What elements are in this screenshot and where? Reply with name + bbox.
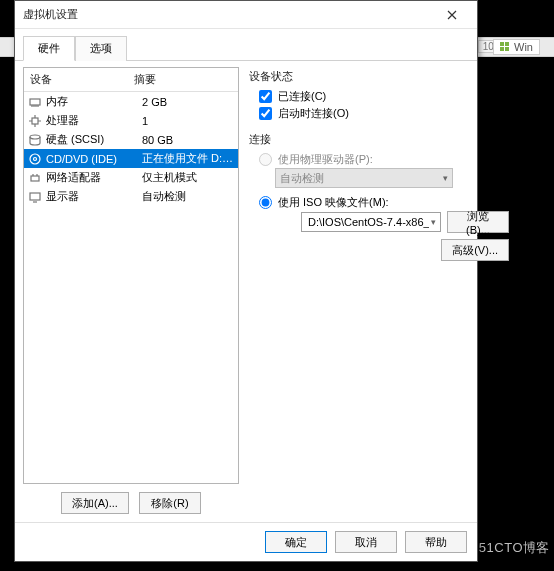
connect-at-power-on-row[interactable]: 启动时连接(O) [249,105,509,122]
svg-rect-2 [500,47,504,51]
device-row-nic[interactable]: 网络适配器仅主机模式 [24,168,238,187]
connection-group: 连接 使用物理驱动器(P): 自动检测 ▾ 使用 ISO 映像文件(M): ▾ [249,132,509,261]
device-name: 处理器 [46,113,138,128]
device-summary: 2 GB [142,96,234,108]
device-row-cd[interactable]: CD/DVD (IDE)正在使用文件 D:\IOS\CentO... [24,149,238,168]
device-name: 内存 [46,94,138,109]
connection-label: 连接 [249,132,509,147]
physical-drive-combo-value: 自动检测 [280,171,324,186]
device-summary: 80 GB [142,134,234,146]
titlebar: 虚拟机设置 [15,1,477,29]
device-list-header: 设备 摘要 [24,68,238,92]
svg-point-6 [30,135,40,139]
disk-icon [28,133,42,147]
physical-drive-radio-row: 使用物理驱动器(P): [249,151,509,168]
display-icon [28,190,42,204]
iso-label: 使用 ISO 映像文件(M): [278,195,389,210]
dialog-title: 虚拟机设置 [23,7,435,22]
watermark: 51CTO博客 [479,539,550,557]
add-button[interactable]: 添加(A)... [61,492,129,514]
svg-rect-10 [30,193,40,200]
svg-rect-1 [505,42,509,46]
browse-button[interactable]: 浏览(B)... [447,211,509,233]
chevron-down-icon: ▾ [431,217,436,227]
cd-icon [28,152,42,166]
device-name: 显示器 [46,189,138,204]
device-status-label: 设备状态 [249,69,509,84]
connected-label: 已连接(C) [278,89,326,104]
physical-drive-label: 使用物理驱动器(P): [278,152,373,167]
device-row-display[interactable]: 显示器自动检测 [24,187,238,206]
iso-path-combo[interactable]: ▾ [301,212,441,232]
device-summary: 仅主机模式 [142,170,234,185]
device-summary: 1 [142,115,234,127]
device-row-disk[interactable]: 硬盘 (SCSI)80 GB [24,130,238,149]
device-name: 硬盘 (SCSI) [46,132,138,147]
connected-checkbox-row[interactable]: 已连接(C) [249,88,509,105]
nic-icon [28,171,42,185]
advanced-button[interactable]: 高级(V)... [441,239,509,261]
device-row-cpu[interactable]: 处理器1 [24,111,238,130]
svg-rect-9 [31,176,39,181]
iso-radio[interactable] [259,196,272,209]
connect-at-power-on-checkbox[interactable] [259,107,272,120]
physical-drive-combo: 自动检测 ▾ [275,168,453,188]
right-pane: 设备状态 已连接(C) 启动时连接(O) 连接 使用物理驱动器(P): 自动检测 [247,67,511,514]
tabs: 硬件 选项 [15,29,477,61]
device-status-group: 设备状态 已连接(C) 启动时连接(O) [249,69,509,122]
close-icon [447,10,457,20]
physical-drive-radio [259,153,272,166]
memory-icon [28,95,42,109]
tab-options[interactable]: 选项 [75,36,127,61]
device-name: CD/DVD (IDE) [46,153,138,165]
vm-settings-dialog: 虚拟机设置 硬件 选项 设备 摘要 内存2 GB处理器1硬盘 (SCSI)80 … [14,0,478,562]
remove-button[interactable]: 移除(R) [139,492,201,514]
dialog-footer: 确定 取消 帮助 [15,522,477,561]
svg-point-8 [34,157,37,160]
device-row-memory[interactable]: 内存2 GB [24,92,238,111]
svg-point-7 [30,154,40,164]
device-summary: 正在使用文件 D:\IOS\CentO... [142,151,234,166]
ok-button[interactable]: 确定 [265,531,327,553]
iso-path-input[interactable] [306,215,431,229]
svg-rect-5 [32,118,38,124]
help-button[interactable]: 帮助 [405,531,467,553]
background-tab-right[interactable]: Win [493,39,540,55]
connected-checkbox[interactable] [259,90,272,103]
device-list: 设备 摘要 内存2 GB处理器1硬盘 (SCSI)80 GBCD/DVD (ID… [23,67,239,484]
left-pane: 设备 摘要 内存2 GB处理器1硬盘 (SCSI)80 GBCD/DVD (ID… [23,67,239,514]
close-button[interactable] [435,5,469,25]
tab-hardware[interactable]: 硬件 [23,36,75,61]
device-summary: 自动检测 [142,189,234,204]
background-tab-label: Win [514,41,533,53]
cpu-icon [28,114,42,128]
cancel-button[interactable]: 取消 [335,531,397,553]
device-name: 网络适配器 [46,170,138,185]
svg-rect-4 [30,99,40,105]
chevron-down-icon: ▾ [443,173,448,183]
column-summary: 摘要 [134,72,232,87]
connect-at-power-on-label: 启动时连接(O) [278,106,349,121]
column-device: 设备 [30,72,134,87]
windows-icon [500,42,510,52]
svg-rect-3 [505,47,509,51]
svg-rect-0 [500,42,504,46]
